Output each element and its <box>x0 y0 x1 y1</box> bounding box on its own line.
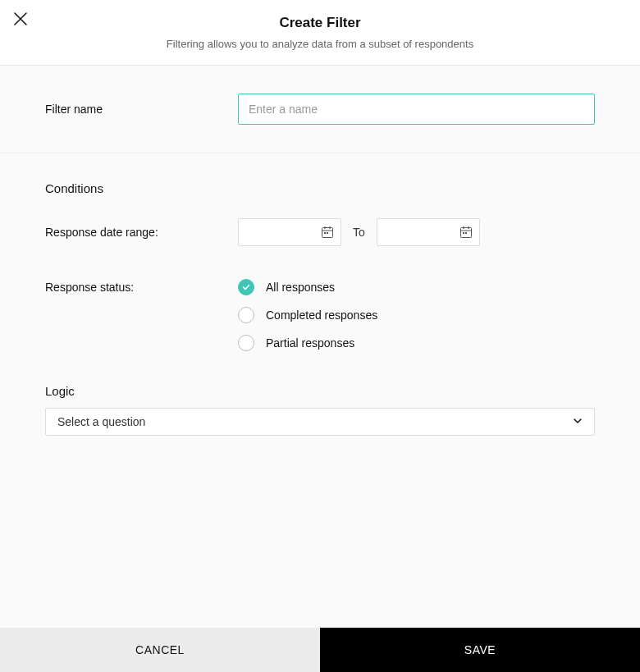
close-icon <box>14 12 27 29</box>
dialog-footer: CANCEL SAVE <box>0 628 640 672</box>
svg-rect-5 <box>327 232 328 234</box>
svg-rect-10 <box>463 232 464 234</box>
chevron-down-icon <box>573 415 583 428</box>
status-option-label: Partial responses <box>266 336 354 350</box>
date-range-row: Response date range: To <box>45 218 595 246</box>
date-range-label: Response date range: <box>45 226 238 239</box>
radio-checked-icon <box>238 279 254 295</box>
dialog-subtitle: Filtering allows you to analyze data fro… <box>0 38 640 50</box>
filter-name-label: Filter name <box>45 103 238 116</box>
svg-rect-11 <box>465 232 467 234</box>
status-option-label: Completed responses <box>266 309 377 322</box>
save-button[interactable]: SAVE <box>320 628 640 672</box>
calendar-icon <box>459 226 473 239</box>
status-option-all[interactable]: All responses <box>238 279 377 295</box>
close-button[interactable] <box>11 11 30 30</box>
date-to-label: To <box>353 226 365 239</box>
create-filter-dialog: Create Filter Filtering allows you to an… <box>0 0 640 672</box>
conditions-heading: Conditions <box>45 181 595 195</box>
logic-question-select[interactable]: Select a question <box>45 408 595 436</box>
status-block: Response status: All responses Completed… <box>45 279 595 351</box>
date-to-input[interactable] <box>377 218 480 246</box>
filter-name-input[interactable] <box>238 94 595 125</box>
calendar-icon <box>321 226 334 239</box>
dialog-title: Create Filter <box>0 15 640 31</box>
status-label: Response status: <box>45 279 238 351</box>
logic-heading: Logic <box>45 384 595 398</box>
status-radio-group: All responses Completed responses Partia… <box>238 279 377 351</box>
svg-rect-4 <box>324 232 326 234</box>
status-option-label: All responses <box>266 281 335 294</box>
radio-unchecked-icon <box>238 307 254 323</box>
filter-name-section: Filter name <box>0 66 640 153</box>
status-option-completed[interactable]: Completed responses <box>238 307 377 323</box>
cancel-button[interactable]: CANCEL <box>0 628 320 672</box>
conditions-section: Conditions Response date range: To <box>0 153 640 464</box>
logic-select-placeholder: Select a question <box>57 415 145 428</box>
status-option-partial[interactable]: Partial responses <box>238 335 377 351</box>
dialog-header: Create Filter Filtering allows you to an… <box>0 0 640 66</box>
dialog-content: Filter name Conditions Response date ran… <box>0 66 640 628</box>
radio-unchecked-icon <box>238 335 254 351</box>
date-from-input[interactable] <box>238 218 341 246</box>
